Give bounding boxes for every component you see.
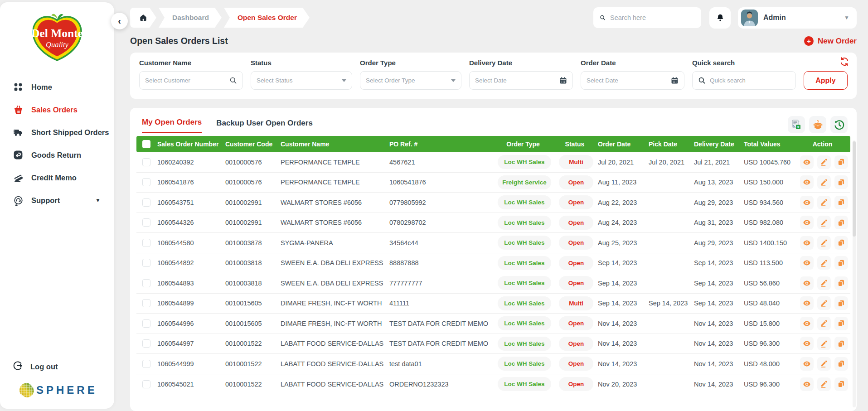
- status-select[interactable]: [251, 71, 352, 90]
- order-type-select[interactable]: [360, 71, 461, 90]
- edit-order-button[interactable]: [817, 175, 831, 189]
- select-all-checkbox[interactable]: [142, 140, 150, 148]
- view-order-button[interactable]: [800, 155, 814, 169]
- view-order-button[interactable]: [800, 296, 814, 310]
- sidebar-item-home[interactable]: Home: [13, 76, 114, 98]
- view-order-button[interactable]: [800, 337, 814, 350]
- tab-my-open-orders[interactable]: My Open Orders: [142, 118, 202, 133]
- cell-customer-code: 0010002991: [225, 199, 281, 206]
- logout-button[interactable]: Log out: [13, 356, 114, 379]
- view-order-button[interactable]: [800, 236, 814, 250]
- row-checkbox[interactable]: [142, 279, 150, 287]
- eye-icon: [802, 158, 811, 167]
- row-checkbox[interactable]: [142, 239, 150, 247]
- sidebar-item-support[interactable]: Support ▼: [13, 189, 114, 212]
- order-type-select-input[interactable]: [366, 77, 447, 84]
- row-checkbox[interactable]: [142, 380, 150, 388]
- status-select-input[interactable]: [257, 77, 338, 84]
- global-search-input[interactable]: [610, 14, 695, 21]
- row-checkbox[interactable]: [142, 360, 150, 368]
- user-menu[interactable]: Admin ▼: [738, 7, 857, 29]
- row-checkbox[interactable]: [142, 158, 150, 166]
- col-order-date: Order Date: [598, 140, 649, 148]
- delivery-date-picker[interactable]: [469, 71, 573, 90]
- view-order-button[interactable]: [800, 317, 814, 330]
- edit-order-button[interactable]: [817, 317, 831, 330]
- cell-sales-order-number: 1060544892: [157, 259, 225, 266]
- status-badge: Open: [559, 337, 593, 351]
- order-date-picker[interactable]: [581, 71, 684, 90]
- copy-order-button[interactable]: [834, 357, 848, 371]
- breadcrumb-open-sales-order[interactable]: Open Sales Order: [224, 8, 310, 28]
- pencil-icon: [820, 218, 828, 227]
- copy-icon: [837, 259, 845, 267]
- cell-order-date: Aug 24, 2023: [598, 219, 649, 226]
- cell-delivery-date: Aug 13, 2023: [694, 179, 744, 186]
- view-order-button[interactable]: [800, 276, 814, 290]
- new-order-button[interactable]: + New Order: [804, 36, 857, 46]
- row-checkbox[interactable]: [142, 218, 150, 227]
- copy-order-button[interactable]: [834, 155, 848, 169]
- notifications-button[interactable]: [709, 7, 731, 29]
- quick-search-input[interactable]: [710, 77, 790, 84]
- apply-button[interactable]: Apply: [804, 71, 848, 90]
- edit-order-button[interactable]: [817, 216, 831, 229]
- copy-order-button[interactable]: [834, 337, 848, 350]
- package-status-button[interactable]: [809, 116, 826, 133]
- edit-order-button[interactable]: [817, 337, 831, 350]
- breadcrumb-dashboard[interactable]: Dashboard: [159, 8, 222, 28]
- breadcrumb-home[interactable]: [130, 8, 156, 28]
- edit-order-button[interactable]: [817, 276, 831, 290]
- edit-order-button[interactable]: [817, 236, 831, 250]
- edit-order-button[interactable]: [817, 256, 831, 270]
- copy-order-button[interactable]: [834, 296, 848, 310]
- row-checkbox[interactable]: [142, 198, 150, 207]
- eye-icon: [802, 238, 811, 247]
- row-checkbox[interactable]: [142, 339, 150, 348]
- copy-order-button[interactable]: [834, 216, 848, 229]
- sidebar-item-sales-orders[interactable]: Sales Orders: [13, 98, 114, 121]
- row-checkbox[interactable]: [142, 319, 150, 328]
- sidebar-collapse-button[interactable]: ‹: [111, 13, 128, 29]
- delivery-date-input[interactable]: [475, 77, 555, 84]
- edit-order-button[interactable]: [817, 296, 831, 310]
- edit-order-button[interactable]: [817, 196, 831, 209]
- view-order-button[interactable]: [800, 377, 814, 391]
- sidebar-item-credit-memo[interactable]: Credit Memo: [13, 166, 114, 189]
- edit-order-button[interactable]: [817, 357, 831, 371]
- quick-search-box[interactable]: [692, 71, 796, 90]
- copy-order-button[interactable]: [834, 317, 848, 330]
- customer-select-input[interactable]: [145, 77, 225, 84]
- cell-po-ref: 0780298702: [389, 219, 495, 226]
- view-order-button[interactable]: [800, 175, 814, 189]
- view-order-button[interactable]: [800, 216, 814, 229]
- edit-order-button[interactable]: [817, 377, 831, 391]
- copy-order-button[interactable]: [834, 236, 848, 250]
- customer-select[interactable]: [139, 71, 243, 90]
- export-excel-button[interactable]: X: [788, 116, 805, 133]
- view-order-button[interactable]: [800, 357, 814, 371]
- copy-order-button[interactable]: [834, 175, 848, 189]
- eye-icon: [802, 279, 811, 288]
- copy-order-button[interactable]: [834, 377, 848, 391]
- row-checkbox[interactable]: [142, 299, 150, 307]
- edit-order-button[interactable]: [817, 155, 831, 169]
- copy-order-button[interactable]: [834, 196, 848, 209]
- order-type-badge: Loc WH Sales: [498, 316, 551, 330]
- row-checkbox[interactable]: [142, 178, 150, 186]
- sidebar-item-short-shipped[interactable]: Short Shipped Orders: [13, 121, 114, 144]
- order-date-input[interactable]: [587, 77, 667, 84]
- copy-order-button[interactable]: [834, 276, 848, 290]
- cell-pick-date: Jul 20, 2021: [649, 159, 694, 166]
- view-order-button[interactable]: [800, 196, 814, 209]
- support-caret-icon[interactable]: ▼: [95, 197, 101, 203]
- row-checkbox[interactable]: [142, 259, 150, 267]
- sidebar-item-goods-return[interactable]: Goods Return: [13, 144, 114, 166]
- history-button[interactable]: [830, 116, 848, 133]
- tab-backup-user-open-orders[interactable]: Backup User Open Orders: [216, 119, 313, 133]
- copy-order-button[interactable]: [834, 256, 848, 270]
- table-scrollbar[interactable]: [853, 140, 856, 407]
- reset-filters-icon[interactable]: [839, 57, 849, 67]
- copy-icon: [837, 339, 845, 348]
- view-order-button[interactable]: [800, 256, 814, 270]
